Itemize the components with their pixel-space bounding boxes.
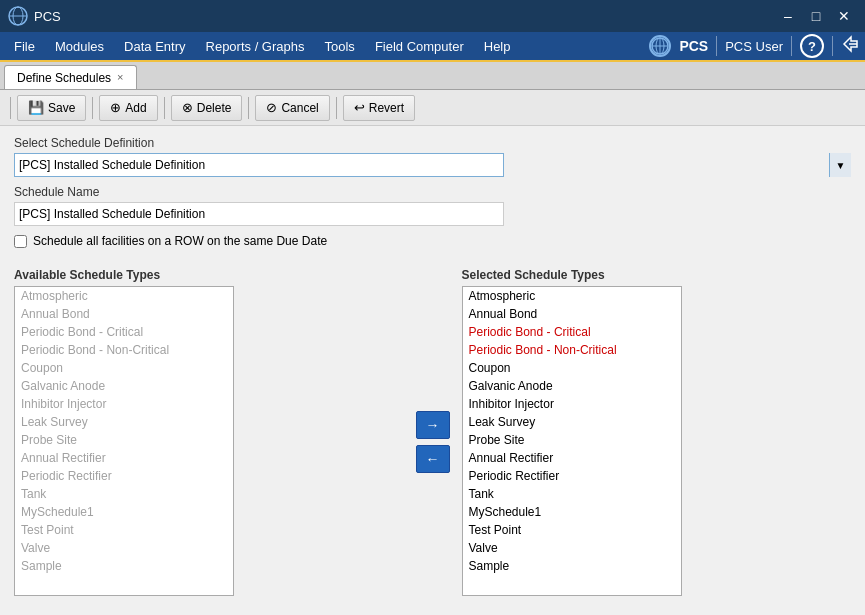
- cancel-button[interactable]: ⊘ Cancel: [255, 95, 329, 121]
- available-list-item[interactable]: Coupon: [15, 359, 233, 377]
- form-area: Select Schedule Definition [PCS] Install…: [0, 126, 865, 268]
- selected-list-item[interactable]: Inhibitor Injector: [463, 395, 681, 413]
- available-list-item[interactable]: MySchedule1: [15, 503, 233, 521]
- selected-list-item[interactable]: Sample: [463, 557, 681, 575]
- selected-header: Selected Schedule Types: [462, 268, 852, 282]
- minimize-button[interactable]: –: [775, 3, 801, 29]
- selected-list-item[interactable]: Periodic Rectifier: [463, 467, 681, 485]
- available-column: Available Schedule Types AtmosphericAnnu…: [14, 268, 404, 596]
- menu-data-entry[interactable]: Data Entry: [114, 35, 195, 58]
- selected-list[interactable]: AtmosphericAnnual BondPeriodic Bond - Cr…: [462, 286, 682, 596]
- toolbar-sep-4: [336, 97, 337, 119]
- menu-file[interactable]: File: [4, 35, 45, 58]
- same-due-date-checkbox[interactable]: [14, 235, 27, 248]
- app-name-label: PCS: [679, 38, 708, 54]
- selected-list-item[interactable]: Galvanic Anode: [463, 377, 681, 395]
- toolbar: 💾 Save ⊕ Add ⊗ Delete ⊘ Cancel ↩ Revert: [0, 90, 865, 126]
- revert-button[interactable]: ↩ Revert: [343, 95, 415, 121]
- select-schedule-wrapper: [PCS] Installed Schedule Definition ▼: [14, 153, 851, 177]
- delete-button[interactable]: ⊗ Delete: [171, 95, 243, 121]
- selected-list-item[interactable]: Leak Survey: [463, 413, 681, 431]
- tab-bar: Define Schedules ×: [0, 62, 865, 90]
- menu-separator-2: [791, 36, 792, 56]
- revert-icon: ↩: [354, 100, 365, 115]
- save-button[interactable]: 💾 Save: [17, 95, 86, 121]
- menu-reports-graphs[interactable]: Reports / Graphs: [196, 35, 315, 58]
- tab-close-button[interactable]: ×: [117, 72, 123, 83]
- available-list-item[interactable]: Galvanic Anode: [15, 377, 233, 395]
- select-schedule-dropdown[interactable]: [PCS] Installed Schedule Definition: [14, 153, 504, 177]
- checkbox-row: Schedule all facilities on a ROW on the …: [14, 234, 851, 248]
- available-list-item[interactable]: Leak Survey: [15, 413, 233, 431]
- delete-label: Delete: [197, 101, 232, 115]
- selected-list-item[interactable]: Tank: [463, 485, 681, 503]
- select-schedule-label: Select Schedule Definition: [14, 136, 851, 150]
- select-arrow-icon: ▼: [829, 153, 851, 177]
- cancel-label: Cancel: [281, 101, 318, 115]
- revert-label: Revert: [369, 101, 404, 115]
- menu-items: File Modules Data Entry Reports / Graphs…: [4, 35, 649, 58]
- menu-modules[interactable]: Modules: [45, 35, 114, 58]
- available-list-item[interactable]: Test Point: [15, 521, 233, 539]
- delete-icon: ⊗: [182, 100, 193, 115]
- transfer-backward-button[interactable]: ←: [416, 445, 450, 473]
- available-list-item[interactable]: Periodic Rectifier: [15, 467, 233, 485]
- available-list-item[interactable]: Periodic Bond - Critical: [15, 323, 233, 341]
- available-list-item[interactable]: Sample: [15, 557, 233, 575]
- selected-list-item[interactable]: Annual Bond: [463, 305, 681, 323]
- menu-field-computer[interactable]: Field Computer: [365, 35, 474, 58]
- user-label: PCS User: [725, 39, 783, 54]
- schedule-name-label: Schedule Name: [14, 185, 851, 199]
- selected-list-item[interactable]: Periodic Bond - Non-Critical: [463, 341, 681, 359]
- add-label: Add: [125, 101, 146, 115]
- transfer-forward-button[interactable]: →: [416, 411, 450, 439]
- available-list-item[interactable]: Inhibitor Injector: [15, 395, 233, 413]
- available-list-item[interactable]: Valve: [15, 539, 233, 557]
- available-list-item[interactable]: Atmospheric: [15, 287, 233, 305]
- available-header: Available Schedule Types: [14, 268, 404, 282]
- restore-button[interactable]: □: [803, 3, 829, 29]
- selected-list-item[interactable]: Probe Site: [463, 431, 681, 449]
- add-button[interactable]: ⊕ Add: [99, 95, 157, 121]
- schedule-name-input[interactable]: [14, 202, 504, 226]
- help-button[interactable]: ?: [800, 34, 824, 58]
- selected-list-item[interactable]: Test Point: [463, 521, 681, 539]
- menu-separator-1: [716, 36, 717, 56]
- toolbar-sep-2: [164, 97, 165, 119]
- selected-list-item[interactable]: Valve: [463, 539, 681, 557]
- save-label: Save: [48, 101, 75, 115]
- save-icon: 💾: [28, 100, 44, 115]
- globe-icon: [649, 35, 671, 57]
- menu-tools[interactable]: Tools: [315, 35, 365, 58]
- close-button[interactable]: ✕: [831, 3, 857, 29]
- menu-bar: File Modules Data Entry Reports / Graphs…: [0, 32, 865, 62]
- toolbar-sep-0: [10, 97, 11, 119]
- selected-list-item[interactable]: Periodic Bond - Critical: [463, 323, 681, 341]
- menu-separator-3: [832, 36, 833, 56]
- selected-list-item[interactable]: MySchedule1: [463, 503, 681, 521]
- menu-help[interactable]: Help: [474, 35, 521, 58]
- toolbar-sep-1: [92, 97, 93, 119]
- transfer-buttons: → ←: [404, 288, 462, 596]
- selected-column: Selected Schedule Types AtmosphericAnnua…: [462, 268, 852, 596]
- tab-define-schedules[interactable]: Define Schedules ×: [4, 65, 137, 89]
- available-list[interactable]: AtmosphericAnnual BondPeriodic Bond - Cr…: [14, 286, 234, 596]
- available-list-item[interactable]: Periodic Bond - Non-Critical: [15, 341, 233, 359]
- available-list-item[interactable]: Probe Site: [15, 431, 233, 449]
- selected-list-item[interactable]: Atmospheric: [463, 287, 681, 305]
- available-list-item[interactable]: Tank: [15, 485, 233, 503]
- cancel-icon: ⊘: [266, 100, 277, 115]
- app-icon: [8, 6, 28, 26]
- add-icon: ⊕: [110, 100, 121, 115]
- schedule-section: Available Schedule Types AtmosphericAnnu…: [0, 268, 865, 610]
- selected-list-item[interactable]: Coupon: [463, 359, 681, 377]
- main-content: 💾 Save ⊕ Add ⊗ Delete ⊘ Cancel ↩ Revert …: [0, 90, 865, 615]
- menu-right: PCS PCS User ?: [649, 34, 861, 58]
- title-bar: PCS – □ ✕: [0, 0, 865, 32]
- available-list-item[interactable]: Annual Bond: [15, 305, 233, 323]
- window-controls: – □ ✕: [775, 3, 857, 29]
- selected-list-item[interactable]: Annual Rectifier: [463, 449, 681, 467]
- checkbox-label: Schedule all facilities on a ROW on the …: [33, 234, 327, 248]
- available-list-item[interactable]: Annual Rectifier: [15, 449, 233, 467]
- exit-button[interactable]: [841, 34, 861, 58]
